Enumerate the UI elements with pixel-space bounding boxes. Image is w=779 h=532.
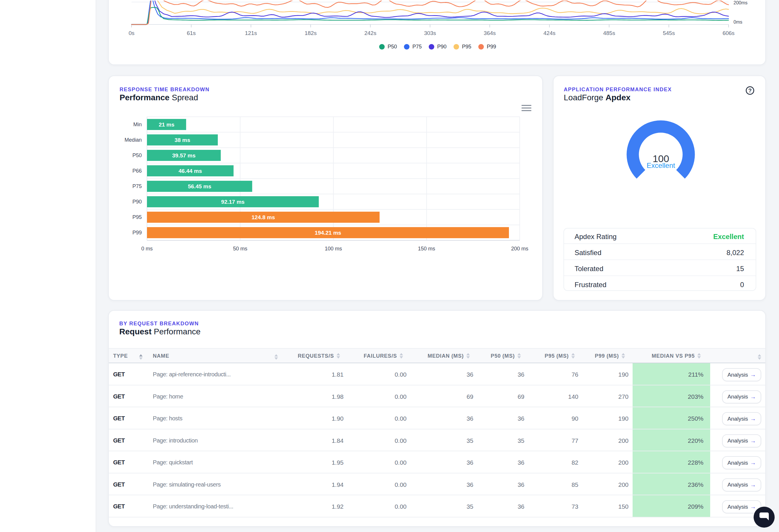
svg-text:39.57 ms: 39.57 ms	[172, 152, 195, 158]
svg-text:38 ms: 38 ms	[174, 137, 190, 143]
svg-text:124.8 ms: 124.8 ms	[252, 214, 275, 220]
svg-text:194.21 ms: 194.21 ms	[315, 230, 341, 236]
svg-text:242s: 242s	[364, 30, 376, 36]
svg-text:Min: Min	[133, 122, 142, 127]
svg-text:606s: 606s	[722, 30, 734, 36]
svg-text:545s: 545s	[663, 30, 675, 36]
svg-text:485s: 485s	[603, 30, 615, 36]
svg-text:303s: 303s	[424, 30, 436, 36]
svg-text:92.17 ms: 92.17 ms	[221, 199, 244, 205]
svg-text:46.44 ms: 46.44 ms	[178, 168, 202, 174]
svg-text:P66: P66	[132, 168, 142, 174]
svg-text:21 ms: 21 ms	[159, 122, 174, 128]
svg-text:50 ms: 50 ms	[233, 246, 247, 252]
svg-text:0s: 0s	[129, 30, 134, 36]
svg-text:Excellent: Excellent	[647, 161, 675, 170]
svg-text:150 ms: 150 ms	[418, 246, 435, 252]
svg-text:Median: Median	[125, 137, 142, 143]
svg-text:424s: 424s	[543, 30, 555, 36]
svg-text:P50: P50	[132, 152, 142, 158]
svg-text:P95: P95	[132, 214, 142, 220]
svg-text:200 ms: 200 ms	[511, 246, 528, 252]
svg-text:200ms: 200ms	[733, 1, 747, 5]
svg-text:121s: 121s	[245, 30, 257, 36]
svg-text:0 ms: 0 ms	[141, 246, 153, 252]
svg-text:100 ms: 100 ms	[324, 246, 342, 252]
svg-text:364s: 364s	[484, 30, 496, 36]
svg-text:182s: 182s	[304, 30, 316, 36]
svg-text:56.45 ms: 56.45 ms	[188, 183, 211, 190]
svg-text:P99: P99	[132, 230, 142, 236]
svg-text:P75: P75	[132, 183, 142, 189]
svg-text:P90: P90	[132, 199, 142, 205]
svg-text:0ms: 0ms	[733, 19, 742, 24]
svg-text:61s: 61s	[187, 30, 196, 36]
